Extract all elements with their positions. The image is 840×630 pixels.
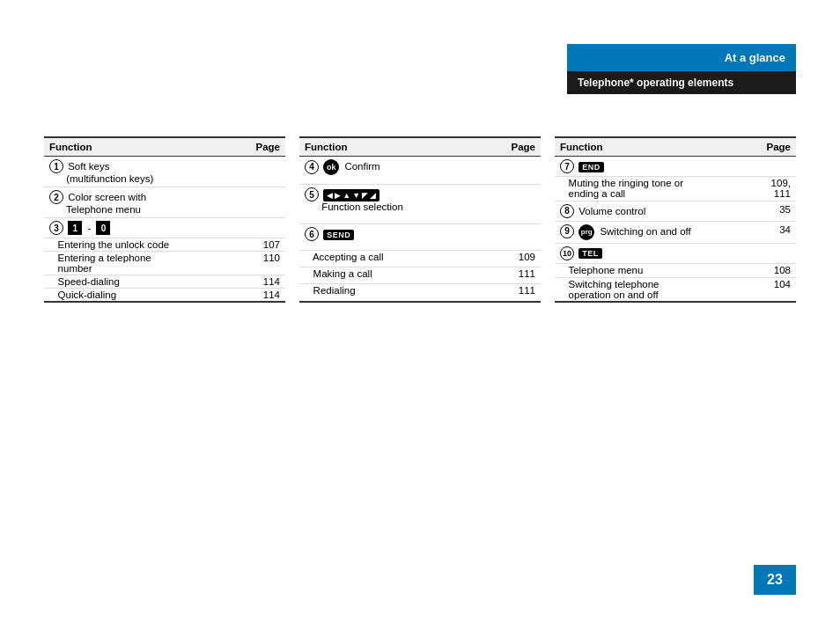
num-3: 3 [49,221,63,235]
key-range: 1 - 0 [68,221,110,235]
row-2-function: 2 Color screen with Telephone menu [44,187,234,218]
row-3-page [234,218,285,238]
row-1-function: 1 Soft keys (multifunction keys) [44,157,234,187]
table-row: Quick-dialing 114 [44,289,285,303]
sub-speed-dial-page: 114 [234,275,285,289]
row-5-function: 5 ◀ ▶ ▲ ▼ ◤ ◢ Function selection [299,185,483,224]
col-page-3: Page [748,137,796,157]
table-row: Making a call 111 [299,267,541,284]
key-0: 0 [96,221,110,235]
sub-unlock-function: Entering the unlock code [44,238,234,252]
col-function-2: Function [299,137,483,157]
table-row: Telephone menu 108 [555,264,796,277]
row-8-function: 8 Volume control [555,201,748,221]
arrow-ul-icon: ◤ [362,191,368,200]
col-page-2: Page [483,137,541,157]
num-6: 6 [305,227,319,241]
row-9-page: 34 [748,221,796,243]
sub-tel-number-page: 110 [234,252,285,275]
sub-quick-dial-function: Quick-dialing [44,289,234,303]
tel-icon: TEL [578,248,602,259]
num-1: 1 [49,159,63,173]
num-5: 5 [305,187,319,201]
table-row: Entering a telephone number 110 [44,252,285,275]
table-row: 4 ok Confirm [299,157,541,185]
end-icon: END [578,162,604,172]
row-4-page [483,157,541,185]
num-8: 8 [560,204,574,218]
sub-making-call-function: Making a call [299,267,483,284]
sub-unlock-page: 107 [234,238,285,252]
sub-accept-call-page: 109 [483,250,541,267]
table-row: Muting the ringing tone or ending a call… [555,177,796,201]
sub-tel-switch-page: 104 [748,277,796,302]
table-row: Entering the unlock code 107 [44,238,285,252]
row-5-page [483,185,541,224]
table-row: 3 1 - 0 [44,218,285,238]
table-row: 10 TEL [555,244,796,264]
table-row: 9 prg Switching on and off 34 [555,221,796,243]
telephone-elements-label: Telephone* operating elements [567,71,796,94]
ok-icon: ok [323,159,339,175]
function-table-3: Function Page 7 END Muting the ringing t… [555,136,796,303]
table-row: Speed-dialing 114 [44,275,285,289]
col-function-3: Function [555,137,748,157]
function-table-1: Function Page 1 Soft keys (multifunction… [44,136,285,303]
sub-tel-number-function: Entering a telephone number [44,252,234,275]
num-10: 10 [560,246,574,260]
sub-quick-dial-page: 114 [234,289,285,303]
num-2: 2 [49,190,63,204]
table-row: 1 Soft keys (multifunction keys) [44,157,285,187]
row-8-page: 35 [748,201,796,221]
sub-muting-page: 109,111 [748,177,796,201]
arrow-right-icon: ▶ [335,191,341,200]
table-row: Switching telephone operation on and off… [555,277,796,302]
sub-redialing-function: Redialing [299,284,483,302]
sub-redialing-page: 111 [483,284,541,302]
num-7: 7 [560,159,574,173]
col-function-1: Function [44,137,234,157]
row-7-function: 7 END [555,157,748,177]
table-row: Accepting a call 109 [299,250,541,267]
row-9-function: 9 prg Switching on and off [555,221,748,243]
sub-speed-dial-function: Speed-dialing [44,275,234,289]
at-a-glance-label: At a glance [567,44,796,71]
page-number: 23 [754,565,796,595]
send-icon: SEND [323,230,354,240]
row-6-page [483,224,541,251]
table-row: 7 END [555,157,796,177]
header-area: At a glance Telephone* operating element… [567,44,796,94]
row-6-function: 6 SEND [299,224,483,251]
arrow-dr-icon: ◢ [370,191,376,200]
row-2-page [234,187,285,218]
table-row: 5 ◀ ▶ ▲ ▼ ◤ ◢ Function selection [299,185,541,224]
row-3-function: 3 1 - 0 [44,218,234,238]
table-row: 6 SEND [299,224,541,251]
table-row: Redialing 111 [299,284,541,302]
prg-icon: prg [578,224,594,240]
row-4-function: 4 ok Confirm [299,157,483,185]
col-page-1: Page [234,137,285,157]
sub-tel-switch-function: Switching telephone operation on and off [555,277,748,302]
sub-making-call-page: 111 [483,267,541,284]
arrow-down-icon: ▼ [352,191,360,200]
sub-tel-menu-page: 108 [748,264,796,277]
sub-accept-call-function: Accepting a call [299,250,483,267]
sub-tel-menu-function: Telephone menu [555,264,748,277]
num-4: 4 [305,160,319,174]
row-10-page [748,244,796,264]
function-table-2: Function Page 4 ok Confirm 5 ◀ [299,136,541,303]
row-1-page [234,157,285,187]
row-7-page [748,157,796,177]
row-10-function: 10 TEL [555,244,748,264]
main-content: Function Page 1 Soft keys (multifunction… [44,136,796,303]
table-row: 2 Color screen with Telephone menu [44,187,285,218]
key-1: 1 [68,221,82,235]
nav-arrows-icon: ◀ ▶ ▲ ▼ ◤ ◢ [323,189,379,201]
arrow-up-icon: ▲ [343,191,350,200]
arrow-left-icon: ◀ [327,191,333,200]
num-9: 9 [560,224,574,238]
sub-muting-function: Muting the ringing tone or ending a call [555,177,748,201]
table-row: 8 Volume control 35 [555,201,796,221]
